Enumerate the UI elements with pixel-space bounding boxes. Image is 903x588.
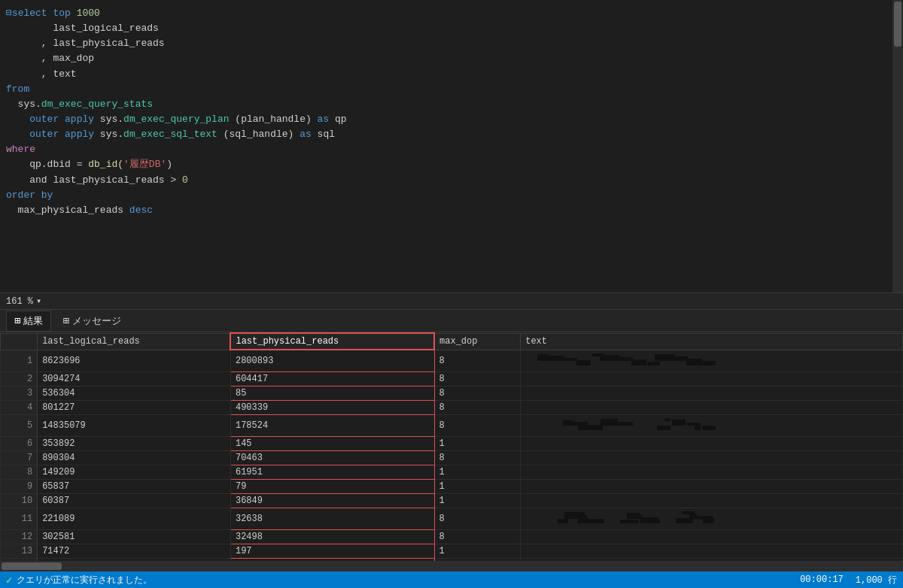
code-line-6: from — [6, 82, 903, 97]
tab-bar: ⊞ 結果 ⊞ メッセージ — [0, 310, 903, 332]
col-max-dop[interactable]: max_dop — [434, 333, 521, 350]
row-number: 5 — [1, 414, 38, 436]
svg-rect-15 — [616, 422, 633, 426]
tab-results[interactable]: ⊞ 結果 — [6, 311, 51, 332]
cell-last-physical-reads: 70463 — [230, 450, 434, 465]
cell-last-physical-reads: 79 — [230, 479, 434, 493]
cell-last-logical-reads: 42844 — [38, 558, 231, 561]
zoom-level: 161 % — [6, 296, 33, 307]
cell-last-physical-reads: 32638 — [230, 508, 434, 529]
horiz-scrollbar[interactable] — [0, 561, 903, 571]
cell-max-dop: 1 — [434, 479, 521, 493]
cell-max-dop: 1 — [434, 465, 521, 479]
cell-max-dop: 1 — [434, 558, 521, 561]
cell-last-logical-reads: 801227 — [38, 400, 231, 414]
cell-last-logical-reads: 221089 — [38, 508, 231, 529]
svg-rect-19 — [600, 419, 618, 426]
cell-text — [521, 400, 903, 414]
svg-rect-43 — [558, 519, 568, 523]
cell-last-physical-reads: 197 — [230, 544, 434, 558]
cell-last-physical-reads: 490339 — [230, 400, 434, 414]
svg-rect-4 — [616, 357, 633, 361]
editor-scrollbar-thumb[interactable] — [894, 2, 901, 47]
svg-rect-32 — [703, 518, 714, 523]
cell-max-dop: 1 — [434, 544, 521, 558]
svg-rect-7 — [631, 359, 646, 365]
cell-max-dop: 8 — [434, 450, 521, 465]
row-number: 7 — [1, 450, 38, 465]
table-row: 13714721971 — [1, 544, 903, 558]
table-row: 1442844274681 — [1, 558, 903, 561]
svg-rect-26 — [664, 418, 670, 421]
cell-text — [521, 493, 903, 508]
code-line-11: qp.dbid = db_id('履歴DB') — [6, 157, 903, 172]
cell-last-logical-reads: 3094274 — [38, 371, 231, 386]
row-number: 11 — [1, 508, 38, 529]
cell-last-physical-reads: 27468 — [230, 558, 434, 561]
table-row: 8149209619511 — [1, 465, 903, 479]
code-token: max_physical_reads desc — [6, 203, 153, 218]
table-header-row: last_logical_reads last_physical_reads m… — [1, 333, 903, 350]
code-token: , text — [6, 67, 77, 82]
code-token: where — [6, 142, 35, 157]
code-line-8: outer apply sys.dm_exec_query_plan (plan… — [6, 112, 903, 127]
table-body: 1862369628008938230942746044178353630485… — [1, 350, 903, 561]
code-line-13: order by — [6, 188, 903, 203]
cell-last-physical-reads: 2800893 — [230, 350, 434, 371]
cell-text — [521, 436, 903, 450]
code-token: order by — [6, 188, 53, 203]
status-right: 00:00:17 1,000 行 — [800, 574, 897, 586]
svg-rect-33 — [640, 517, 658, 523]
row-number: 14 — [1, 558, 38, 561]
svg-rect-20 — [687, 423, 701, 426]
svg-rect-13 — [663, 355, 673, 361]
results-table: last_logical_reads last_physical_reads m… — [0, 332, 903, 561]
col-last-physical-reads[interactable]: last_physical_reads — [230, 333, 434, 350]
cell-max-dop: 8 — [434, 400, 521, 414]
cell-max-dop: 1 — [434, 493, 521, 508]
row-number: 8 — [1, 465, 38, 479]
row-number: 3 — [1, 386, 38, 400]
cell-text — [521, 529, 903, 544]
cell-text — [521, 508, 903, 529]
code-line-14: max_physical_reads desc — [6, 203, 903, 218]
status-left: ✓ クエリが正常に実行されました。 — [6, 574, 152, 586]
code-token: and last_physical_reads > 0 — [6, 173, 188, 188]
code-token: outer apply sys.dm_exec_sql_text (sql_ha… — [6, 127, 335, 142]
svg-rect-6 — [686, 359, 702, 365]
svg-rect-40 — [564, 512, 585, 519]
code-token: , max_dop — [6, 51, 94, 66]
cell-max-dop: 8 — [434, 371, 521, 386]
zoom-dropdown-icon[interactable]: ▾ — [36, 296, 41, 307]
code-line-1: ⊟select top 1000 — [6, 6, 903, 21]
col-text[interactable]: text — [521, 333, 903, 350]
code-token: qp.dbid = db_id('履歴DB') — [6, 157, 172, 172]
cell-last-logical-reads: 353892 — [38, 436, 231, 450]
cell-max-dop: 1 — [434, 436, 521, 450]
cell-last-physical-reads: 36849 — [230, 493, 434, 508]
results-area: last_logical_reads last_physical_reads m… — [0, 332, 903, 571]
row-number: 12 — [1, 529, 38, 544]
cell-last-logical-reads: 65837 — [38, 479, 231, 493]
cell-last-logical-reads: 149209 — [38, 465, 231, 479]
col-last-logical-reads[interactable]: last_logical_reads — [38, 333, 231, 350]
tab-results-label: 結果 — [23, 314, 43, 328]
cell-last-logical-reads: 8623696 — [38, 350, 231, 371]
status-bar: ✓ クエリが正常に実行されました。 00:00:17 1,000 行 — [0, 571, 903, 588]
code-line-4: , max_dop — [6, 51, 903, 66]
results-table-wrapper[interactable]: last_logical_reads last_physical_reads m… — [0, 332, 903, 561]
code-line-10: where — [6, 142, 903, 157]
zoom-bar: 161 % ▾ — [0, 293, 903, 310]
cell-text — [521, 465, 903, 479]
svg-rect-27 — [570, 422, 588, 426]
horiz-scroll-thumb[interactable] — [2, 562, 62, 570]
table-row: 3536304858 — [1, 386, 903, 400]
table-row: 48012274903398 — [1, 400, 903, 414]
status-time: 00:00:17 — [800, 574, 844, 585]
editor-scrollbar[interactable] — [892, 0, 903, 292]
svg-rect-5 — [561, 358, 577, 361]
code-token: ⊟select top 1000 — [6, 6, 100, 21]
tab-messages[interactable]: ⊞ メッセージ — [54, 311, 129, 332]
code-token: sys.dm_exec_query_stats — [6, 97, 153, 112]
row-number: 1 — [1, 350, 38, 371]
